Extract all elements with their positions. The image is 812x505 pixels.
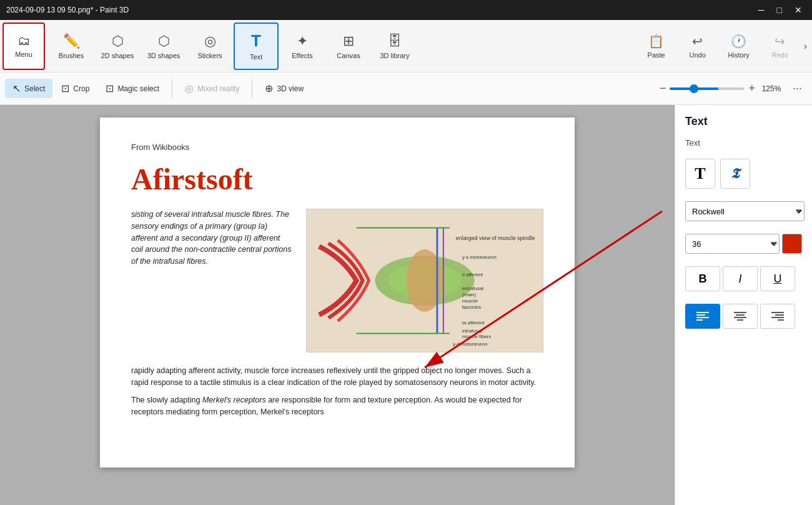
3d-shapes-icon: ⬡ [158, 33, 170, 49]
toolbar-undo[interactable]: ↩ Undo [678, 22, 718, 70]
doc-title: Afirstsoft [131, 162, 543, 196]
mixed-reality-icon: ◎ [185, 82, 194, 94]
color-swatch[interactable] [782, 234, 802, 254]
toolbar-2d-shapes[interactable]: ⬡ 2D shapes [95, 22, 140, 70]
maximize-button[interactable]: □ [773, 4, 786, 16]
toolbar-effects[interactable]: ✦ Effects [280, 22, 325, 70]
svg-text:extrafusal: extrafusal [462, 286, 484, 291]
3d-shapes-label: 3D shapes [147, 52, 181, 59]
text-style-fancy-button[interactable]: 𝕿 [720, 159, 750, 189]
crop-label: Crop [73, 84, 89, 93]
toolbar-stickers[interactable]: ◎ Stickers [187, 22, 232, 70]
main-area: From Wikibooks Afirstsoft sisting of sev… [0, 105, 812, 505]
3d-library-icon: 🗄 [388, 33, 402, 49]
svg-rect-28 [737, 319, 743, 321]
toolbar-3d-library[interactable]: 🗄 3D library [372, 22, 417, 70]
text-style-plain-button[interactable]: T [685, 159, 715, 189]
doc-text-left: sisting of several intrafusal muscle fib… [131, 209, 294, 352]
panel-title: Text [685, 115, 802, 128]
toolbar-brushes[interactable]: ✏️ Brushes [49, 22, 94, 70]
right-panel: Text Text T 𝕿 Rockwell Arial Times New R… [675, 105, 812, 505]
menu-label: Menu [15, 51, 32, 58]
close-button[interactable]: ✕ [791, 4, 806, 16]
svg-rect-26 [736, 314, 745, 316]
minimize-button[interactable]: ─ [755, 4, 768, 16]
title-bar-controls: ─ □ ✕ [755, 4, 806, 16]
doc-left-text-content: sisting of several intrafusal muscle fib… [131, 210, 291, 266]
panel-section-label: Text [685, 138, 802, 148]
more-options-button[interactable]: ··· [788, 79, 807, 98]
svg-rect-23 [696, 317, 709, 318]
menu-button[interactable]: 🗂 Menu [2, 22, 45, 70]
3d-view-label: 3D view [277, 84, 304, 93]
doc-body-text-2: The slowly adapting Merkel's receptors a… [131, 394, 543, 419]
underline-button[interactable]: U [760, 266, 795, 291]
brushes-icon: ✏️ [63, 33, 80, 49]
svg-rect-22 [696, 314, 705, 316]
align-center-button[interactable] [723, 304, 758, 329]
svg-rect-21 [696, 312, 709, 313]
align-btn-row [685, 304, 802, 329]
stickers-icon: ◎ [204, 33, 216, 49]
magic-select-label: Magic select [117, 84, 159, 93]
toolbar-3d-shapes[interactable]: ⬡ 3D shapes [141, 22, 186, 70]
history-icon: 🕐 [731, 34, 746, 49]
menu-icon: 🗂 [17, 34, 30, 48]
font-size-selector[interactable]: 36 8101214 16182024 28324872 [685, 234, 780, 254]
toolbar-chevron-button[interactable]: › [801, 38, 810, 54]
history-label: History [728, 51, 750, 59]
select-button[interactable]: ↖ Select [5, 79, 52, 98]
text-style-row: T 𝕿 [685, 159, 802, 189]
svg-rect-29 [771, 312, 784, 313]
italic-button[interactable]: I [723, 266, 758, 291]
select-label: Select [24, 84, 45, 93]
zoom-slider[interactable] [670, 88, 745, 90]
muscle-diagram-svg: enlarged view of muscle spindle γ-s moto… [307, 209, 543, 352]
svg-rect-32 [778, 319, 784, 321]
3d-view-button[interactable]: ⊕ 3D view [257, 79, 311, 98]
toolbar-redo[interactable]: ↪ Redo [760, 22, 800, 70]
svg-text:fascicles: fascicles [462, 304, 481, 310]
toolbar-right: 📋 Paste ↩ Undo 🕐 History ↪ Redo › [636, 22, 810, 70]
zoom-value: 125% [759, 84, 784, 93]
toolbar-text[interactable]: T Text [234, 22, 279, 70]
doc-source: From Wikibooks [131, 142, 543, 152]
canvas-area[interactable]: From Wikibooks Afirstsoft sisting of sev… [0, 105, 675, 505]
canvas-label: Canvas [337, 52, 360, 59]
3d-view-icon: ⊕ [265, 82, 273, 94]
svg-text:muscle fibers: muscle fibers [462, 334, 492, 340]
svg-text:enlarged view of muscle spindl: enlarged view of muscle spindle [456, 235, 535, 241]
zoom-in-button[interactable]: + [748, 82, 755, 95]
zoom-out-button[interactable]: − [660, 82, 666, 95]
svg-text:γ-s motoneuron: γ-s motoneuron [462, 254, 497, 260]
title-bar: 2024-09-09 13 09 50.png* - Paint 3D ─ □ … [0, 0, 812, 20]
doc-content-row: sisting of several intrafusal muscle fib… [131, 209, 543, 352]
brushes-label: Brushes [59, 52, 84, 59]
toolbar-divider-1 [172, 79, 172, 98]
magic-select-icon: ⊡ [106, 82, 114, 94]
magic-select-button[interactable]: ⊡ Magic select [98, 79, 167, 98]
undo-icon: ↩ [692, 34, 703, 49]
select-icon: ↖ [12, 82, 21, 94]
align-left-icon [696, 311, 709, 321]
effects-label: Effects [292, 52, 312, 59]
bold-button[interactable]: B [685, 266, 720, 291]
crop-icon: ⊡ [61, 82, 69, 94]
toolbar-canvas[interactable]: ⊞ Canvas [326, 22, 371, 70]
toolbar-history[interactable]: 🕐 History [719, 22, 759, 70]
svg-rect-30 [775, 314, 784, 316]
font-selector[interactable]: Rockwell Arial Times New Roman Calibri V… [685, 201, 805, 221]
2d-shapes-label: 2D shapes [101, 52, 134, 59]
svg-text:II afferent: II afferent [462, 272, 483, 278]
svg-text:intrafusal: intrafusal [462, 328, 482, 334]
mixed-reality-button[interactable]: ◎ Mixed reality [177, 79, 247, 98]
doc-body-text-1: rapidly adapting afferent activity, musc… [131, 365, 543, 389]
text-toolbar-label: Text [250, 53, 262, 61]
stickers-label: Stickers [197, 52, 222, 59]
align-left-button[interactable] [685, 304, 720, 329]
align-right-button[interactable] [760, 304, 795, 329]
main-toolbar: 🗂 Menu ✏️ Brushes ⬡ 2D shapes ⬡ 3D shape… [0, 20, 812, 72]
toolbar-paste[interactable]: 📋 Paste [636, 22, 676, 70]
svg-text:Ia afferent: Ia afferent [462, 320, 485, 326]
crop-button[interactable]: ⊡ Crop [54, 79, 97, 98]
